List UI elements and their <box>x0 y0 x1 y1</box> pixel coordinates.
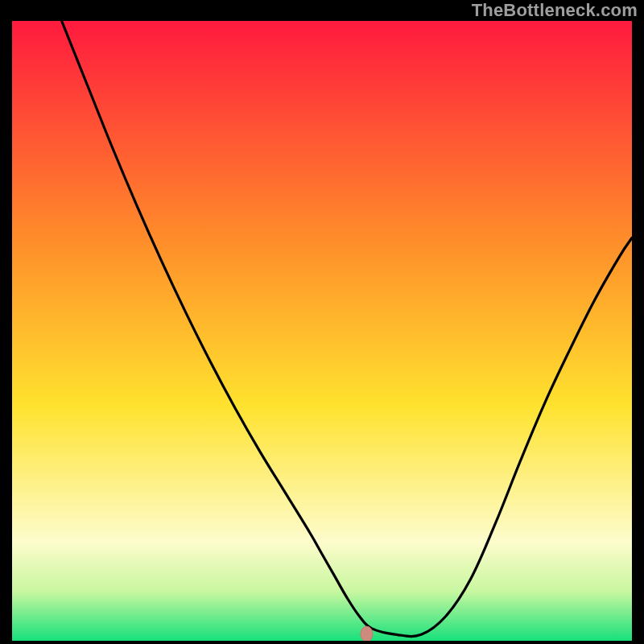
gradient-background <box>12 21 632 641</box>
bottleneck-chart <box>12 21 632 641</box>
chart-stage: TheBottleneck.com <box>0 0 644 644</box>
optimum-marker <box>361 626 373 641</box>
watermark-text: TheBottleneck.com <box>472 0 638 21</box>
